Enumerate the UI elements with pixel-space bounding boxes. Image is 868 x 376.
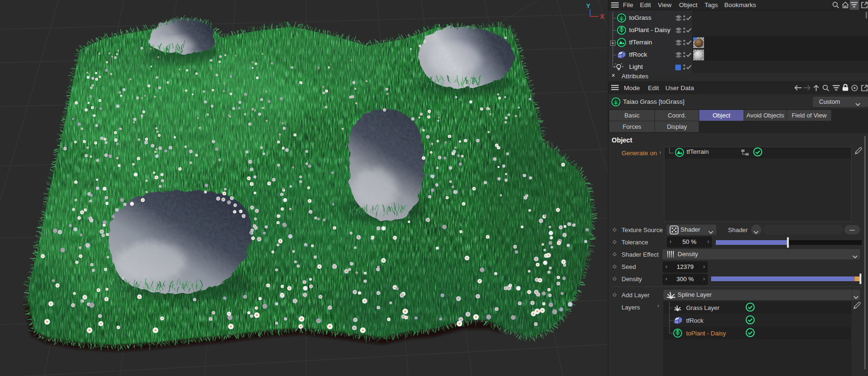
- svg-text:X: X: [600, 13, 605, 20]
- svg-text:Y: Y: [586, 2, 590, 9]
